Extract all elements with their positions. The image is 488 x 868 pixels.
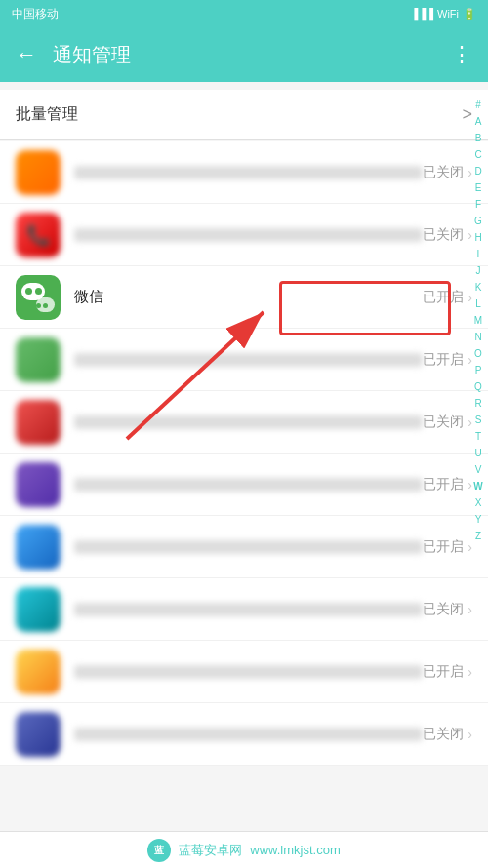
app-status-text-app4: 已开启 xyxy=(423,351,464,369)
app-name-app7 xyxy=(74,540,423,554)
app-name-app4 xyxy=(74,353,423,367)
app-status-text-app10: 已关闭 xyxy=(423,726,464,743)
app-status-app10: 已关闭› xyxy=(423,726,472,743)
app-status-text-app7: 已开启 xyxy=(423,538,464,556)
app-icon-app9 xyxy=(16,650,61,694)
carrier-text: 中国移动 xyxy=(12,6,59,22)
alpha-letter-W[interactable]: W xyxy=(470,479,486,494)
batch-manage-row[interactable]: 批量管理 > xyxy=(0,90,488,140)
header: ← 通知管理 ⋮ xyxy=(0,27,488,82)
app-row-app6[interactable]: 已开启› xyxy=(0,454,488,516)
app-list: 已关闭›📞已关闭› 微信已开启›已开启›已关闭›已开启›已开启›已关闭›已开启›… xyxy=(0,141,488,766)
app-icon-app6 xyxy=(16,462,61,507)
app-name-app2 xyxy=(74,228,423,242)
app-row-app1[interactable]: 已关闭› xyxy=(0,141,488,204)
alpha-letter-V[interactable]: V xyxy=(470,462,486,478)
app-icon-app1 xyxy=(16,150,61,195)
status-bar-left: 中国移动 xyxy=(12,6,59,22)
app-status-app5: 已关闭› xyxy=(423,414,472,431)
watermark-logo: 蓝 xyxy=(147,839,171,862)
app-icon-app4 xyxy=(16,337,61,382)
more-options-button[interactable]: ⋮ xyxy=(451,42,472,67)
alpha-letter-K[interactable]: K xyxy=(470,280,486,296)
app-row-app5[interactable]: 已关闭› xyxy=(0,391,488,454)
app-name-app5 xyxy=(74,415,423,429)
battery-icon: 🔋 xyxy=(463,8,476,20)
watermark-text: 蓝莓安卓网 xyxy=(179,842,242,859)
alpha-letter-E[interactable]: E xyxy=(470,180,486,196)
alpha-letter-L[interactable]: L xyxy=(470,296,486,312)
app-status-app7: 已开启› xyxy=(423,538,472,556)
alpha-letter-T[interactable]: T xyxy=(470,429,486,445)
app-name-app6 xyxy=(74,478,423,492)
wifi-icon: WiFi xyxy=(437,8,459,20)
watermark: 蓝 蓝莓安卓网 www.lmkjst.com xyxy=(0,831,488,868)
alpha-letter-Q[interactable]: Q xyxy=(470,379,486,395)
status-bar: 中国移动 ▐▐▐ WiFi 🔋 xyxy=(0,0,488,27)
alpha-letter-G[interactable]: G xyxy=(470,214,486,229)
app-status-text-app5: 已关闭 xyxy=(423,414,464,431)
alpha-letter-M[interactable]: M xyxy=(470,313,486,329)
app-status-app8: 已关闭› xyxy=(423,601,472,618)
app-icon-app8 xyxy=(16,587,61,632)
app-icon-app5 xyxy=(16,400,61,445)
app-icon-app7 xyxy=(16,525,61,570)
app-status-text-app2: 已关闭 xyxy=(423,226,464,244)
app-status-app6: 已开启› xyxy=(423,476,472,493)
app-status-app2: 已关闭› xyxy=(423,226,472,244)
alpha-letter-D[interactable]: D xyxy=(470,164,486,179)
alpha-letter-C[interactable]: C xyxy=(470,147,486,163)
app-name-app1 xyxy=(74,166,423,179)
app-row-app4[interactable]: 已开启› xyxy=(0,329,488,391)
app-row-app8[interactable]: 已关闭› xyxy=(0,578,488,641)
app-row-app7[interactable]: 已开启› xyxy=(0,516,488,578)
alpha-letter-F[interactable]: F xyxy=(470,197,486,213)
app-status-app4: 已开启› xyxy=(423,351,472,369)
app-status-app9: 已开启› xyxy=(423,663,472,681)
alpha-letter-R[interactable]: R xyxy=(470,396,486,412)
alpha-letter-H[interactable]: H xyxy=(470,230,486,246)
app-icon-app10 xyxy=(16,712,61,757)
batch-manage-label: 批量管理 xyxy=(16,104,78,125)
app-name-app8 xyxy=(74,603,423,616)
alpha-letter-B[interactable]: B xyxy=(470,131,486,146)
app-name-app9 xyxy=(74,665,423,679)
alpha-letter-#[interactable]: # xyxy=(470,98,486,113)
status-bar-right: ▐▐▐ WiFi 🔋 xyxy=(411,8,476,20)
watermark-url: www.lmkjst.com xyxy=(250,843,340,857)
app-status-text-app6: 已开启 xyxy=(423,476,464,493)
alpha-letter-X[interactable]: X xyxy=(470,495,486,511)
alpha-letter-Z[interactable]: Z xyxy=(470,529,486,544)
app-icon-wechat xyxy=(16,275,61,320)
alpha-letter-I[interactable]: I xyxy=(470,247,486,262)
app-row-app10[interactable]: 已关闭› xyxy=(0,703,488,766)
app-name-app10 xyxy=(74,728,423,741)
alpha-letter-J[interactable]: J xyxy=(470,263,486,279)
alpha-letter-O[interactable]: O xyxy=(470,346,486,362)
wechat-highlight-box xyxy=(279,281,451,335)
app-row-chevron-app9: › xyxy=(468,664,472,680)
alpha-letter-Y[interactable]: Y xyxy=(470,512,486,528)
app-row-app9[interactable]: 已开启› xyxy=(0,641,488,703)
app-status-text-app9: 已开启 xyxy=(423,663,464,681)
back-button[interactable]: ← xyxy=(16,42,37,67)
app-row-chevron-app10: › xyxy=(468,727,472,742)
alpha-letter-A[interactable]: A xyxy=(470,114,486,130)
app-status-app1: 已关闭› xyxy=(423,164,472,181)
page-title: 通知管理 xyxy=(53,42,435,68)
signal-icon: ▐▐▐ xyxy=(411,8,433,20)
app-icon-app2: 📞 xyxy=(16,213,61,257)
alpha-letter-N[interactable]: N xyxy=(470,330,486,345)
alpha-letter-S[interactable]: S xyxy=(470,413,486,428)
alpha-letter-P[interactable]: P xyxy=(470,363,486,378)
app-status-text-app8: 已关闭 xyxy=(423,601,464,618)
app-status-text-app1: 已关闭 xyxy=(423,164,464,181)
app-row-chevron-app8: › xyxy=(468,602,472,617)
alpha-letter-U[interactable]: U xyxy=(470,446,486,461)
app-row-app2[interactable]: 📞已关闭› xyxy=(0,204,488,266)
alphabet-sidebar: #ABCDEFGHIJKLMNOPQRSTUVWXYZ xyxy=(470,98,486,544)
